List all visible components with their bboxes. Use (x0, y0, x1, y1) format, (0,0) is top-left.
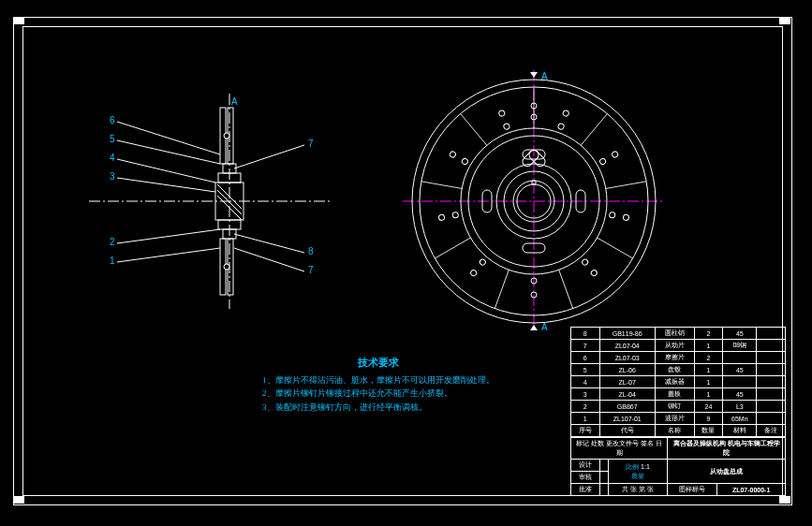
parts-row: 6ZL07-03摩擦片2 (571, 352, 786, 364)
parts-cell-qty: 1 (694, 376, 723, 388)
mass-label: 质量 (631, 473, 644, 479)
svg-line-37 (495, 270, 509, 308)
parts-cell-qty: 9 (694, 413, 723, 425)
tech-req-line: 3、装配时注意铆钉方向，进行经平衡调核。 (262, 401, 495, 414)
change-record: 标记 处数 更改文件号 签名 日期 (571, 438, 668, 460)
callout: 6 (110, 115, 115, 125)
parts-cell-mat (723, 376, 757, 388)
parts-header-row: 序号 代号 名称 数量 材料 备注 (571, 425, 786, 437)
col-code: 代号 (599, 425, 655, 437)
svg-line-15 (117, 159, 215, 183)
section-arrow-label: A (541, 322, 548, 332)
parts-row: 7ZL07-04从动片108钢 (571, 340, 786, 352)
svg-line-21 (234, 248, 304, 271)
svg-point-44 (612, 151, 619, 158)
callout: 8 (308, 246, 314, 256)
tech-req-title: 技术要求 (262, 356, 495, 370)
parts-row: 2GB867铆钉24L3 (571, 401, 786, 413)
parts-cell-code: GB867 (599, 401, 655, 413)
callout: 4 (110, 153, 115, 163)
svg-point-59 (461, 157, 468, 165)
sheet-label: 共 张 第 张 (608, 484, 668, 496)
parts-and-title-block: 8GB119-86圆柱销2457ZL07-04从动片108钢6ZL07-03摩擦… (570, 327, 786, 496)
svg-line-40 (461, 114, 487, 146)
svg-point-58 (452, 212, 459, 218)
parts-cell-mat: 08钢 (723, 340, 757, 352)
svg-line-16 (117, 178, 215, 192)
parts-cell-qty: 1 (694, 340, 723, 352)
parts-cell-num: 8 (571, 328, 600, 340)
parts-cell-code: ZL07-04 (599, 340, 655, 352)
parts-cell-code: ZL107-01 (599, 413, 655, 425)
parts-cell-name: 圆柱销 (655, 328, 694, 340)
svg-line-19 (234, 145, 304, 168)
svg-point-53 (599, 157, 607, 165)
parts-cell-note (757, 340, 786, 352)
parts-cell-name: 盘毂 (655, 364, 694, 376)
svg-point-54 (609, 212, 615, 218)
parts-cell-name: 减振器 (655, 376, 694, 388)
callout: 3 (110, 171, 115, 182)
parts-cell-mat: L3 (723, 401, 757, 413)
parts-cell-name: 摩擦片 (655, 352, 694, 364)
svg-line-35 (598, 238, 633, 258)
svg-line-33 (581, 114, 607, 146)
parts-cell-qty: 2 (694, 328, 723, 340)
technical-requirements: 技术要求 1、摩擦片不得沾污油、脏水，摩擦片不可以用开发磨削处理。 2、摩擦片铆… (262, 356, 495, 414)
callout: 7 (308, 139, 314, 149)
svg-line-14 (117, 140, 220, 164)
parts-cell-num: 4 (571, 376, 600, 388)
parts-cell-code: ZL-04 (599, 388, 655, 401)
svg-point-11 (224, 133, 229, 139)
parts-cell-name: 盖板 (655, 388, 694, 401)
svg-line-17 (117, 229, 220, 243)
svg-point-57 (479, 258, 486, 266)
drawing-no-label: 图样标号 (668, 484, 717, 496)
parts-cell-note (757, 328, 786, 340)
svg-point-52 (557, 123, 565, 130)
parts-cell-qty: 1 (694, 388, 723, 401)
col-qty: 数量 (694, 425, 723, 437)
side-section-view: 6 5 4 3 2 1 7 8 7 A (89, 94, 332, 309)
check-label: 审核 (571, 472, 600, 484)
parts-cell-num: 3 (571, 388, 600, 401)
tech-req-line: 1、摩擦片不得沾污油、脏水，摩擦片不可以用开发磨削处理。 (262, 373, 495, 387)
parts-cell-num: 2 (571, 401, 600, 413)
cad-drawing-frame: 6 5 4 3 2 1 7 8 7 A (0, 0, 812, 526)
approve-label: 批准 (571, 484, 600, 496)
svg-point-45 (623, 214, 629, 221)
front-view-clutch-disc: A A (403, 70, 665, 332)
svg-point-12 (224, 264, 229, 270)
callout: 5 (110, 134, 115, 144)
parts-cell-num: 5 (571, 364, 600, 376)
svg-point-49 (438, 214, 445, 221)
parts-cell-mat: 45 (723, 388, 757, 401)
drawing-no: ZL07-0000-1 (717, 484, 786, 496)
parts-cell-qty: 1 (694, 364, 723, 376)
parts-row: 1ZL107-01波形片965Mn (571, 413, 786, 425)
parts-cell-code: GB119-86 (599, 328, 655, 340)
parts-cell-num: 1 (571, 413, 600, 425)
col-name: 名称 (655, 425, 694, 437)
col-mat: 材料 (723, 425, 757, 437)
parts-cell-name: 从动片 (655, 340, 694, 352)
parts-cell-note (757, 364, 786, 376)
parts-cell-mat: 45 (723, 328, 757, 340)
drawing-title: 从动盘总成 (668, 460, 786, 484)
svg-line-20 (234, 234, 304, 253)
section-mark: A (231, 96, 238, 107)
parts-cell-note (757, 413, 786, 425)
callout: 1 (110, 256, 115, 266)
section-arrow-label: A (541, 71, 548, 81)
parts-row: 8GB119-86圆柱销245 (571, 328, 786, 340)
col-num: 序号 (571, 425, 600, 437)
col-note: 备注 (757, 425, 786, 437)
svg-point-51 (498, 110, 506, 117)
svg-point-43 (562, 110, 569, 117)
drawn-label: 设计 (571, 460, 600, 472)
parts-cell-note (757, 376, 786, 388)
title-block: 标记 处数 更改文件号 签名 日期 离合器及操纵机构 机电与车辆工程学院 设计 … (570, 437, 786, 496)
parts-cell-mat: 45 (723, 364, 757, 376)
parts-cell-name: 铆钉 (655, 401, 694, 413)
parts-row: 4ZL-07减振器1 (571, 376, 786, 388)
